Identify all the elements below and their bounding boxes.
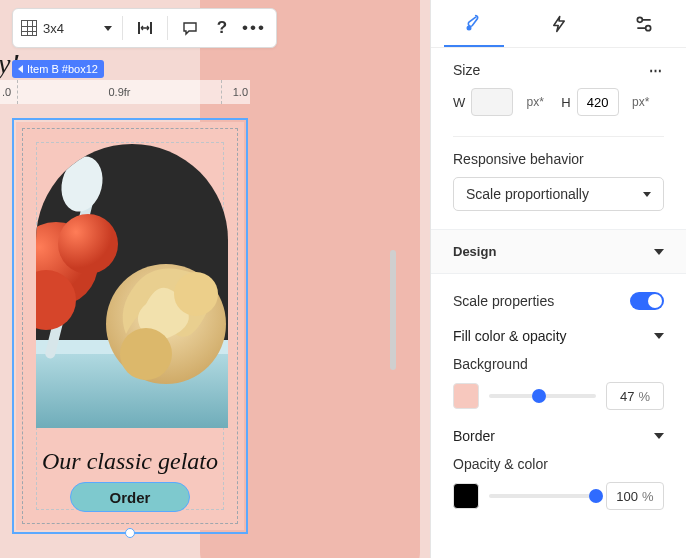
width-label: W (453, 95, 465, 110)
panel-gutter (430, 0, 431, 558)
tab-actions[interactable] (529, 0, 589, 47)
svg-point-11 (174, 272, 218, 316)
scale-properties-label: Scale properties (453, 293, 554, 309)
section-design-body: Scale properties Fill color & opacity Ba… (431, 274, 686, 524)
border-section-header[interactable]: Border (453, 422, 664, 450)
ruler-mark: 0.9fr (18, 80, 222, 104)
responsive-value: Scale proportionally (466, 186, 589, 202)
ruler-mark: .0 (0, 80, 18, 104)
responsive-behavior-select[interactable]: Scale proportionally (453, 177, 664, 211)
ellipsis-icon: ••• (242, 25, 266, 31)
tab-settings[interactable] (614, 0, 674, 47)
ruler-mark: 1.0 (222, 80, 250, 104)
fill-section-header[interactable]: Fill color & opacity (453, 322, 664, 350)
scale-properties-toggle[interactable] (630, 292, 664, 310)
comment-icon (182, 20, 198, 36)
slider-knob[interactable] (589, 489, 603, 503)
selection-tag-label: Item B #box12 (27, 63, 98, 75)
grid-size-dropdown[interactable]: 3x4 (13, 9, 122, 47)
width-unit[interactable]: px* (519, 88, 551, 116)
order-button-label: Order (110, 489, 151, 506)
svg-rect-0 (138, 22, 140, 34)
svg-point-14 (637, 17, 642, 22)
size-heading: Size (453, 62, 480, 78)
caret-down-icon (654, 433, 664, 439)
border-opacity-unit: % (642, 489, 654, 504)
svg-point-15 (645, 25, 650, 30)
grid-size-label: 3x4 (43, 21, 64, 36)
height-input[interactable] (577, 88, 619, 116)
gelato-image[interactable] (36, 144, 228, 428)
svg-point-13 (466, 25, 471, 30)
grid-icon (21, 20, 37, 36)
caret-down-icon (654, 249, 664, 255)
question-icon: ? (217, 18, 227, 38)
section-responsive: Responsive behavior Scale proportionally (431, 137, 686, 229)
lightning-icon (550, 14, 568, 34)
border-heading: Border (453, 428, 495, 444)
gelato-illustration (36, 144, 228, 428)
canvas-top-toolbar: 3x4 ? ••• (12, 8, 277, 48)
background-opacity-value: 47 (620, 389, 634, 404)
border-color-swatch[interactable] (453, 483, 479, 509)
width-input[interactable] (471, 88, 513, 116)
height-label: H (561, 95, 570, 110)
design-heading: Design (453, 244, 496, 259)
expand-horizontal-icon (137, 20, 153, 36)
caret-down-icon (654, 333, 664, 339)
svg-point-12 (120, 328, 172, 380)
background-opacity-input[interactable]: 47 % (606, 382, 664, 410)
column-ruler: .0 0.9fr 1.0 (0, 80, 250, 104)
selection-tag[interactable]: Item B #box12 (12, 60, 104, 78)
layout-expand-button[interactable] (129, 12, 161, 44)
responsive-heading: Responsive behavior (453, 151, 584, 167)
border-opacity-slider[interactable] (489, 486, 596, 506)
opacity-color-label: Opacity & color (453, 456, 664, 472)
slider-knob[interactable] (532, 389, 546, 403)
canvas[interactable]: y! 3x4 ? (0, 0, 430, 558)
background-color-swatch[interactable] (453, 383, 479, 409)
selected-element[interactable]: Our classic gelato Order (12, 118, 248, 534)
more-actions-button[interactable]: ••• (238, 12, 270, 44)
background-opacity-slider[interactable] (489, 386, 596, 406)
panel-tabs (431, 0, 686, 48)
section-size: Size ⋯ W px* H px* (431, 48, 686, 136)
background-label: Background (453, 356, 664, 372)
help-button[interactable]: ? (206, 12, 238, 44)
chevron-down-icon (643, 192, 651, 197)
brush-icon (464, 13, 484, 33)
svg-rect-1 (150, 22, 152, 34)
settings-icon (633, 14, 655, 34)
height-unit[interactable]: px* (625, 88, 657, 116)
order-button[interactable]: Order (70, 482, 190, 512)
resize-handle-bottom[interactable] (125, 528, 135, 538)
svg-point-8 (58, 214, 118, 274)
canvas-scrollbar[interactable] (390, 250, 396, 370)
background-opacity-unit: % (638, 389, 650, 404)
chevron-down-icon (104, 26, 112, 31)
border-opacity-input[interactable]: 100 % (606, 482, 664, 510)
comment-button[interactable] (174, 12, 206, 44)
size-more-button[interactable]: ⋯ (649, 63, 664, 78)
inspector-panel: Size ⋯ W px* H px* Responsive behavior S… (430, 0, 686, 558)
card-title[interactable]: Our classic gelato (14, 448, 246, 475)
border-opacity-value: 100 (616, 489, 638, 504)
tab-design[interactable] (444, 0, 504, 47)
section-design-header[interactable]: Design (431, 229, 686, 274)
fill-heading: Fill color & opacity (453, 328, 567, 344)
